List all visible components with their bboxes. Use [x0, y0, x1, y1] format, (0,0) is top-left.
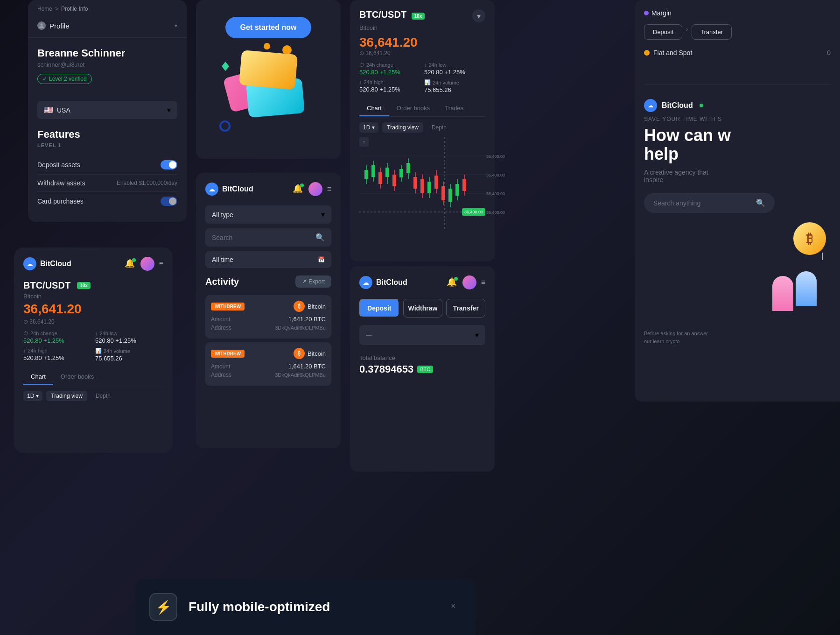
bitcloud-logo: ☁ BitCloud: [205, 183, 253, 196]
flag-icon: 🇺🇸: [44, 106, 53, 114]
search-anything-input[interactable]: Search anything 🔍: [644, 193, 775, 213]
stat-vol-label: 📊 24h volume: [424, 79, 485, 85]
feature-deposit: Deposit assets: [37, 155, 177, 175]
breadcrumb-home[interactable]: Home: [37, 6, 52, 12]
features-section: Features LEVEL 1 Deposit assets Withdraw…: [28, 128, 187, 211]
checkmark-icon: ✓: [42, 76, 47, 82]
balance-chevron-icon: ▾: [475, 331, 479, 339]
notification-icon[interactable]: 🔔: [293, 183, 304, 195]
transfer-button[interactable]: Transfer: [446, 299, 485, 318]
mobile-panel: ☁ BitCloud 🔔 ≡ BTC/USDT 10x Bitcoin 36,6…: [14, 247, 173, 453]
svg-rect-15: [385, 168, 389, 177]
mobile-price: 36,641.20: [23, 302, 163, 317]
svg-rect-25: [420, 179, 424, 193]
getstarted-panel: Get started now: [196, 0, 341, 159]
deposit-button[interactable]: Deposit: [359, 299, 399, 318]
features-title: Features: [37, 128, 177, 141]
profile-header[interactable]: Profile ▾: [28, 18, 187, 38]
stat-24h-volume: 📊 24h volume 75,655.26: [424, 79, 485, 93]
btc-icon-1: ₿: [294, 301, 305, 312]
mobile-trading-view-btn[interactable]: Trading view: [46, 391, 87, 401]
search-bar[interactable]: Search 🔍: [205, 228, 331, 247]
card-toggle[interactable]: [161, 197, 177, 206]
tab-chart[interactable]: Chart: [359, 101, 389, 116]
transaction-item-1: WITHDREW ₿ Bitcoin Amount 1,641.20 BTC A…: [205, 295, 331, 339]
mobile-logo-icon: ☁: [23, 257, 36, 270]
activity-panel: ☁ BitCloud 🔔 ≡ All type ▾ Search 🔍 All t…: [196, 173, 341, 448]
pair-subtitle: Bitcoin: [359, 24, 485, 31]
pair-title-row: BTC/USDT 10x: [359, 9, 425, 20]
balance-dropdown[interactable]: — ▾: [359, 325, 485, 345]
stat-24h-low: ↓ 24h low 520.80 +1.25%: [424, 62, 485, 76]
profile-chevron-icon[interactable]: ▾: [175, 22, 177, 29]
bitcoin-info-2: ₿ Bitcoin: [294, 348, 326, 359]
get-started-button[interactable]: Get started now: [225, 17, 312, 38]
btc-icon-2: ₿: [294, 348, 305, 359]
svg-rect-19: [399, 169, 403, 177]
menu-icon[interactable]: ≡: [327, 185, 331, 193]
transfer-action-btn[interactable]: Transfer: [692, 24, 732, 40]
profile-title: Profile: [49, 22, 70, 30]
search-icon[interactable]: 🔍: [315, 233, 325, 242]
filter-chevron-icon: ▾: [321, 210, 325, 219]
feature-card-label: Card purchases: [37, 198, 84, 205]
depth-btn[interactable]: Depth: [427, 122, 451, 133]
deposit-action-btn[interactable]: Deposit: [644, 24, 682, 40]
withdraw-button[interactable]: Widthraw: [403, 299, 443, 318]
mobile-change-val: 520.80 +1.25%: [23, 337, 91, 344]
mobile-depth-btn[interactable]: Depth: [91, 391, 115, 401]
trading-view-btn[interactable]: Trading view: [382, 122, 423, 133]
svg-text:36,400.00: 36,400.00: [486, 191, 505, 196]
activity-header: Activity ↗ Export: [205, 275, 331, 288]
user-avatar: [308, 182, 322, 196]
svg-rect-23: [413, 177, 417, 189]
expand-icon[interactable]: ▾: [472, 9, 485, 22]
feature-card: Card purchases: [37, 192, 177, 211]
country-selector[interactable]: 🇺🇸 USA ▾: [37, 101, 177, 119]
pair-title: BTC/USDT: [359, 9, 406, 20]
svg-text:36,400.00: 36,400.00: [486, 210, 505, 215]
export-button[interactable]: ↗ Export: [295, 275, 331, 288]
banner-close-icon[interactable]: ×: [451, 601, 462, 613]
mobile-notification-icon[interactable]: 🔔: [125, 258, 136, 269]
breadcrumb-current: Profile Info: [61, 6, 88, 12]
cards-illustration: [217, 43, 320, 136]
withdrew-badge-1: WITHDREW: [211, 303, 245, 310]
all-type-dropdown[interactable]: All type ▾: [205, 205, 331, 224]
tab-trades[interactable]: Trades: [437, 101, 471, 116]
profile-header-left: Profile: [37, 21, 70, 30]
transaction-detail-address-2: Address 3DkQkAdif6kQLPMBu: [211, 372, 326, 378]
mobile-chart-controls: 1D ▾ Trading view Depth: [23, 391, 163, 401]
breadcrumb-sep: >: [55, 6, 58, 12]
tab-orderbooks[interactable]: Order books: [389, 101, 438, 116]
mobile-chart-tabs: Chart Order books: [23, 369, 163, 385]
deposit-header-right: 🔔 ≡: [447, 275, 485, 289]
country-left: 🇺🇸 USA: [44, 106, 70, 114]
transaction-item-2: WITHDREW ₿ Bitcoin Amount 1,641.20 BTC A…: [205, 342, 331, 386]
mobile-subtitle: Bitcoin: [23, 293, 163, 300]
calendar-icon: 📅: [318, 256, 325, 263]
time-selector[interactable]: 1D ▾: [359, 122, 378, 133]
mobile-tab-orderbooks[interactable]: Order books: [53, 369, 102, 385]
bitcloud-logo-icon: ☁: [205, 183, 218, 196]
deposit-menu-icon[interactable]: ≡: [481, 278, 485, 287]
mobile-optimized-banner: ⚡ Fully mobile-optimized ×: [135, 579, 476, 635]
feature-withdraw-label: Withdraw assets: [37, 179, 85, 187]
mobile-time-selector[interactable]: 1D ▾: [23, 391, 42, 401]
transaction-top-2: WITHDREW ₿ Bitcoin: [211, 348, 326, 359]
time-chevron-icon: ▾: [372, 124, 375, 131]
coin-icon-2: [264, 43, 270, 49]
breadcrumb: Home > Profile Info: [28, 0, 187, 18]
coin-small-icon: [819, 253, 826, 260]
deposit-notification-icon[interactable]: 🔔: [447, 277, 458, 288]
mobile-menu-icon[interactable]: ≡: [159, 260, 163, 268]
total-balance-section: Total balance 0.37894653 BTC: [359, 354, 485, 375]
deposit-toggle[interactable]: [161, 160, 177, 169]
time-filter[interactable]: All time 📅: [205, 251, 331, 268]
arrow-down-icon: ↓: [424, 62, 427, 68]
mobile-tab-chart[interactable]: Chart: [23, 369, 53, 385]
margin-section: Margin: [644, 9, 831, 17]
btc-name-1: Bitcoin: [308, 303, 326, 310]
time-filter-text: All time: [212, 256, 233, 263]
profile-name: Breanne Schinner: [37, 47, 177, 59]
